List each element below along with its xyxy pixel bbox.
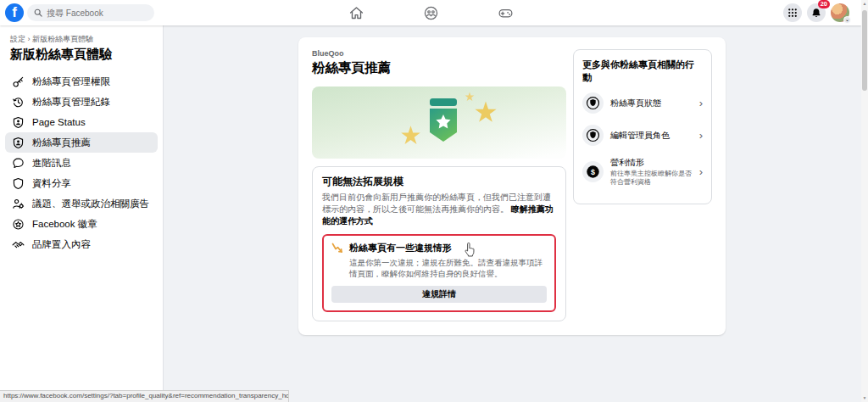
search-icon [34, 8, 42, 17]
page-name-label: BlueQoo [312, 49, 566, 58]
badge-star-icon [11, 217, 25, 231]
top-navigation-bar: f [0, 0, 861, 25]
search-input[interactable] [47, 8, 140, 18]
key-icon [11, 75, 25, 88]
notification-badge: 20 [818, 0, 830, 8]
chevron-right-icon: › [699, 98, 703, 109]
settings-sidebar: 設定 › 新版粉絲專頁體驗 新版粉絲專頁體驗 粉絲專頁管理權限 粉絲專頁管理紀錄… [0, 25, 164, 402]
notifications-button[interactable]: 20 [807, 3, 826, 22]
shield-user-icon [11, 136, 25, 149]
apps-menu-button[interactable] [783, 3, 802, 22]
avatar-chevron-icon: ⌄ [843, 16, 851, 24]
breadcrumb: 設定 › 新版粉絲專頁體驗 [10, 34, 153, 45]
scrollbar-up-arrow[interactable]: ▲ [861, 0, 868, 8]
sidebar-item-facebook-badges[interactable]: Facebook 徽章 [5, 214, 158, 234]
sidebar-item-issue-electoral-political-ads[interactable]: 議題、選舉或政治相關廣告 [5, 193, 158, 214]
gaming-icon [498, 5, 514, 21]
chevron-right-icon: › [699, 166, 703, 177]
sidebar-item-label: 議題、選舉或政治相關廣告 [32, 198, 149, 210]
scrollbar-thumb[interactable] [862, 10, 867, 91]
badge-pennant-icon [426, 98, 460, 147]
violation-alert-box: 粉絲專頁有一些違規情形 這是你第一次違規；違規在所難免。請查看違規事項詳情頁面，… [322, 234, 556, 312]
star-decoration [465, 92, 475, 102]
sidebar-item-branded-content[interactable]: 品牌置入內容 [5, 234, 158, 254]
chevron-right-icon: › [699, 130, 703, 141]
sidebar-item-page-access[interactable]: 粉絲專頁管理權限 [5, 71, 158, 92]
violation-body: 這是你第一次違規；違規在所難免。請查看違規事項詳情頁面，瞭解你如何維持自身的良好… [349, 257, 547, 280]
sidebar-item-label: 資料分享 [32, 177, 71, 190]
related-actions-panel: 更多與你粉絲專頁相關的行動 粉絲專頁狀態 › 編輯管理員角色 › [573, 49, 712, 204]
sidebar-item-page-status[interactable]: Page Status [5, 112, 158, 132]
apps-grid-icon [787, 8, 798, 18]
sidebar-item-label: 粉絲專頁管理權限 [32, 75, 110, 88]
sidebar-item-advanced-messaging[interactable]: 進階訊息 [5, 153, 158, 173]
gaming-tab[interactable] [495, 3, 515, 23]
related-action-sublabel: 前往專業主控板瞭解你是否符合營利資格 [610, 170, 693, 187]
groups-tab[interactable] [420, 3, 441, 23]
sidebar-item-page-recommendations[interactable]: 粉絲專頁推薦 [5, 132, 158, 153]
dollar-circle-icon: $ [582, 161, 604, 182]
shield-circle-icon [582, 125, 604, 146]
star-decoration [400, 125, 421, 146]
profile-avatar[interactable]: ⌄ [831, 3, 849, 22]
shield-user-icon [11, 115, 25, 129]
related-action-label: 編輯管理員角色 [610, 130, 693, 142]
related-action-edit-admin-roles[interactable]: 編輯管理員角色 › [582, 125, 703, 146]
page-recommendations-card: BlueQoo 粉絲專頁推薦 [298, 37, 726, 335]
related-action-label: 營利情形 [610, 157, 693, 169]
sidebar-item-label: 粉絲專頁管理紀錄 [32, 96, 110, 109]
sidebar-item-label: Page Status [32, 117, 86, 127]
sidebar-item-page-history[interactable]: 粉絲專頁管理紀錄 [5, 92, 158, 112]
svg-text:$: $ [591, 168, 595, 176]
home-tab[interactable] [346, 3, 366, 23]
warning-title: 可能無法拓展規模 [322, 175, 556, 189]
chat-icon [11, 156, 25, 170]
scrollbar-down-arrow[interactable]: ▼ [861, 394, 868, 402]
recommendation-banner [312, 87, 566, 159]
sidebar-item-label: Facebook 徽章 [32, 218, 97, 231]
sidebar-item-label: 品牌置入內容 [32, 238, 91, 251]
handshake-icon [11, 237, 25, 251]
sidebar-item-label: 粉絲專頁推薦 [32, 137, 91, 149]
sidebar-item-data-sharing[interactable]: 資料分享 [5, 173, 158, 193]
violation-details-button[interactable]: 違規詳情 [331, 286, 547, 303]
related-action-monetization[interactable]: $ 營利情形 前往專業主控板瞭解你是否符合營利資格 › [582, 157, 703, 187]
related-actions-title: 更多與你粉絲專頁相關的行動 [582, 59, 703, 84]
bell-icon [811, 8, 821, 18]
page-scrollbar[interactable]: ▲ ▼ [861, 0, 868, 402]
related-action-label: 粉絲專頁狀態 [610, 98, 693, 109]
facebook-logo[interactable]: f [5, 3, 24, 22]
violation-title: 粉絲專頁有一些違規情形 [349, 242, 452, 254]
search-bar[interactable] [27, 4, 154, 21]
home-icon [348, 5, 364, 21]
reach-warning-section: 可能無法拓展規模 我們目前仍會向新用戶推薦你的粉絲專頁，但我們已注意到遭標示的內… [312, 166, 566, 321]
person-gear-icon [11, 197, 25, 210]
trend-down-icon [331, 243, 343, 254]
sidebar-item-label: 進階訊息 [32, 157, 71, 170]
shield-circle-icon [582, 92, 604, 114]
history-icon [11, 95, 25, 109]
browser-status-url: https://www.facebook.com/settings/?tab=p… [0, 390, 289, 402]
sidebar-title: 新版粉絲專頁體驗 [10, 47, 153, 63]
groups-icon [423, 5, 439, 21]
page-title: 粉絲專頁推薦 [312, 59, 566, 77]
shield-icon [11, 176, 25, 190]
related-action-page-status[interactable]: 粉絲專頁狀態 › [582, 92, 703, 114]
star-decoration [474, 100, 498, 124]
